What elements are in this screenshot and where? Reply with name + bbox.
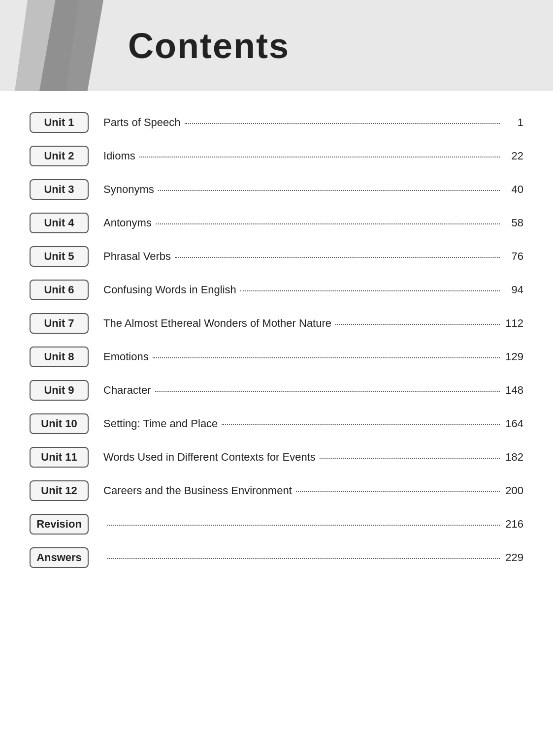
toc-page-number: 22 — [504, 150, 523, 162]
toc-page-number: 58 — [504, 217, 523, 229]
toc-entry: Synonyms40 — [103, 183, 523, 196]
toc-dots — [185, 123, 500, 124]
unit-badge: Unit 1 — [30, 112, 89, 133]
toc-page-number: 112 — [504, 317, 523, 330]
toc-row: Unit 12Careers and the Business Environm… — [30, 474, 523, 507]
toc-dots — [240, 290, 500, 291]
toc-row: Answers229 — [30, 541, 523, 574]
toc-page-number: 129 — [504, 350, 523, 363]
page-title: Contents — [128, 26, 290, 66]
toc-entry: Character148 — [103, 384, 523, 397]
unit-badge: Unit 10 — [30, 413, 89, 434]
toc-page-number: 229 — [504, 551, 523, 564]
toc-row: Unit 7The Almost Ethereal Wonders of Mot… — [30, 307, 523, 340]
toc-entry: Words Used in Different Contexts for Eve… — [103, 451, 523, 464]
toc-item-title: Parts of Speech — [103, 116, 181, 129]
toc-row: Unit 5Phrasal Verbs76 — [30, 240, 523, 273]
unit-badge: Unit 8 — [30, 346, 89, 367]
toc-page-number: 40 — [504, 183, 523, 196]
toc-row: Unit 11Words Used in Different Contexts … — [30, 441, 523, 474]
toc-item-title: Words Used in Different Contexts for Eve… — [103, 451, 316, 464]
toc-dots — [155, 391, 500, 392]
toc-page-number: 216 — [504, 518, 523, 531]
toc-row: Unit 9Character148 — [30, 374, 523, 407]
unit-badge: Unit 12 — [30, 480, 89, 501]
unit-badge: Unit 5 — [30, 246, 89, 267]
toc-page-number: 1 — [504, 116, 523, 129]
unit-badge: Unit 3 — [30, 179, 89, 200]
toc-item-title: The Almost Ethereal Wonders of Mother Na… — [103, 317, 331, 330]
toc-item-title: Idioms — [103, 150, 135, 162]
toc-item-title: Antonyms — [103, 217, 152, 229]
toc-dots — [320, 458, 500, 459]
toc-row: Unit 2Idioms22 — [30, 139, 523, 173]
toc-page-number: 200 — [504, 484, 523, 497]
toc-entry: Confusing Words in English94 — [103, 284, 523, 296]
toc-entry: 216 — [103, 518, 523, 531]
toc-row: Unit 1Parts of Speech1 — [30, 106, 523, 139]
toc-entry: Setting: Time and Place164 — [103, 417, 523, 430]
toc-entry: Parts of Speech1 — [103, 116, 523, 129]
toc-entry: Phrasal Verbs76 — [103, 250, 523, 263]
unit-badge: Unit 11 — [30, 447, 89, 468]
toc-entry: Careers and the Business Environment200 — [103, 484, 523, 497]
toc-dots — [153, 357, 500, 358]
toc-row: Unit 4Antonyms58 — [30, 206, 523, 240]
header: Contents — [0, 0, 553, 91]
unit-badge: Answers — [30, 547, 89, 568]
unit-badge: Unit 6 — [30, 280, 89, 300]
toc-page-number: 76 — [504, 250, 523, 263]
toc-entry: Antonyms58 — [103, 217, 523, 229]
toc-row: Unit 3Synonyms40 — [30, 173, 523, 206]
toc-item-title: Setting: Time and Place — [103, 417, 218, 430]
toc-item-title: Emotions — [103, 350, 149, 363]
toc-row: Revision216 — [30, 507, 523, 541]
toc-page-number: 148 — [504, 384, 523, 397]
toc-dots — [222, 424, 500, 425]
toc-dots — [296, 491, 500, 492]
toc-dots — [107, 525, 500, 526]
toc-item-title: Confusing Words in English — [103, 284, 236, 296]
toc-item-title: Phrasal Verbs — [103, 250, 171, 263]
unit-badge: Revision — [30, 514, 89, 535]
toc-item-title: Careers and the Business Environment — [103, 484, 292, 497]
toc-item-title: Synonyms — [103, 183, 154, 196]
toc-page-number: 182 — [504, 451, 523, 464]
unit-badge: Unit 4 — [30, 213, 89, 233]
toc-page-number: 94 — [504, 284, 523, 296]
toc-item-title: Character — [103, 384, 151, 397]
toc-dots — [158, 190, 500, 191]
toc-content: Unit 1Parts of Speech1Unit 2Idioms22Unit… — [0, 91, 553, 594]
toc-dots — [335, 324, 500, 325]
toc-dots — [175, 257, 500, 258]
unit-badge: Unit 2 — [30, 146, 89, 166]
toc-entry: 229 — [103, 551, 523, 564]
toc-dots — [107, 558, 500, 559]
toc-dots — [139, 157, 500, 158]
toc-entry: Emotions129 — [103, 350, 523, 363]
unit-badge: Unit 7 — [30, 313, 89, 334]
toc-page-number: 164 — [504, 417, 523, 430]
toc-entry: The Almost Ethereal Wonders of Mother Na… — [103, 317, 523, 330]
header-decoration — [0, 0, 113, 91]
toc-row: Unit 6Confusing Words in English94 — [30, 273, 523, 307]
toc-entry: Idioms22 — [103, 150, 523, 162]
unit-badge: Unit 9 — [30, 380, 89, 401]
toc-row: Unit 10Setting: Time and Place164 — [30, 407, 523, 441]
toc-row: Unit 8Emotions129 — [30, 340, 523, 374]
toc-dots — [156, 223, 500, 224]
